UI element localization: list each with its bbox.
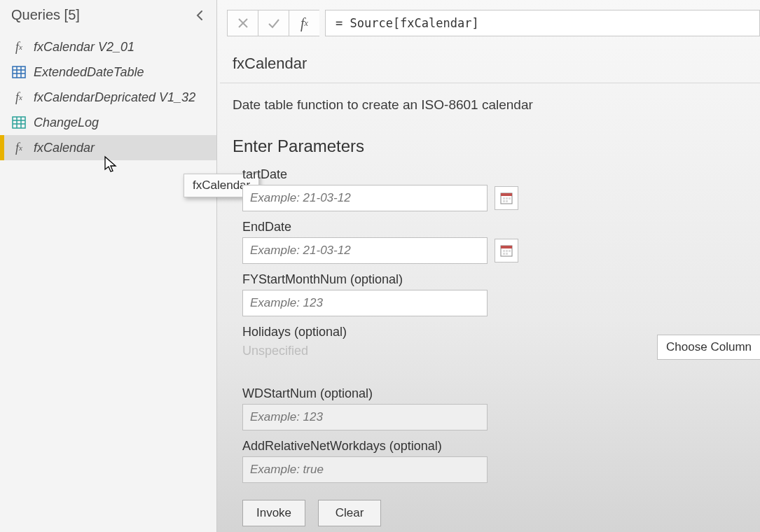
svg-rect-17 xyxy=(509,197,511,200)
query-label: fxCalendarDepricated V1_32 xyxy=(34,90,195,105)
clear-label: Clear xyxy=(336,506,364,520)
parameters-area: tartDate EndDate FYStartMo xyxy=(217,163,760,483)
table-icon xyxy=(11,115,27,130)
startdate-input[interactable] xyxy=(242,185,488,211)
query-item-extendeddatetable[interactable]: ExtendedDateTable xyxy=(0,59,216,85)
fx-icon: fx xyxy=(11,90,27,105)
formula-fx-icon[interactable]: fx xyxy=(289,10,319,36)
fx-icon: fx xyxy=(11,140,27,155)
svg-rect-0 xyxy=(13,66,25,78)
param-addrelativenetworkdays: AddRelativeNetWorkdays (optional) xyxy=(242,439,760,483)
parameters-heading: Enter Parameters xyxy=(217,120,760,163)
wdstartnum-input[interactable] xyxy=(242,404,488,430)
svg-rect-15 xyxy=(503,197,505,200)
formula-expression: = Source[fxCalendar] xyxy=(336,16,479,30)
invoke-label: Invoke xyxy=(256,506,291,520)
svg-rect-19 xyxy=(506,200,508,202)
svg-rect-26 xyxy=(506,253,508,255)
function-description: Date table function to create an ISO-860… xyxy=(217,83,760,120)
query-label: ExtendedDateTable xyxy=(34,65,144,80)
svg-rect-21 xyxy=(501,246,512,248)
query-label: fxCalendar xyxy=(34,141,95,155)
queries-header: Queries [5] xyxy=(0,0,216,30)
query-item-changelog[interactable]: ChangeLog xyxy=(0,110,216,135)
param-label: WDStartNum (optional) xyxy=(242,386,760,401)
param-label: FYStartMonthNum (optional) xyxy=(242,272,760,287)
formula-cancel-button[interactable] xyxy=(227,10,258,36)
query-label: fxCalendar V2_01 xyxy=(34,40,134,55)
svg-rect-5 xyxy=(13,117,25,128)
fx-icon: fx xyxy=(11,39,27,55)
svg-rect-25 xyxy=(503,253,505,255)
svg-rect-16 xyxy=(506,197,508,200)
choose-column-label: Choose Column xyxy=(666,340,752,354)
query-item-fxcalendar-v2-01[interactable]: fx fxCalendar V2_01 xyxy=(0,34,216,59)
param-enddate: EndDate xyxy=(242,220,760,264)
main-panel: fx = Source[fxCalendar] fxCalendar Date … xyxy=(217,0,760,532)
table-icon xyxy=(11,64,27,80)
query-label: ChangeLog xyxy=(34,115,99,130)
param-label: AddRelativeNetWorkdays (optional) xyxy=(242,439,760,454)
clear-button[interactable]: Clear xyxy=(318,500,381,526)
queries-list: fx fxCalendar V2_01 ExtendedDateTable fx… xyxy=(0,30,216,160)
formula-input[interactable]: = Source[fxCalendar] xyxy=(325,10,760,36)
svg-rect-22 xyxy=(503,250,505,252)
choose-column-button[interactable]: Choose Column xyxy=(657,335,760,360)
date-picker-button[interactable] xyxy=(495,239,518,262)
date-picker-button[interactable] xyxy=(495,186,518,210)
param-startdate: tartDate xyxy=(242,167,760,211)
query-item-fxcalendar[interactable]: fx fxCalendar xyxy=(0,135,216,160)
svg-rect-24 xyxy=(509,250,511,252)
param-label: tartDate xyxy=(242,167,760,182)
invoke-button[interactable]: Invoke xyxy=(242,500,305,526)
formula-confirm-button[interactable] xyxy=(258,10,289,36)
param-wdstartnum: WDStartNum (optional) xyxy=(242,386,760,430)
param-fystartmonthnum: FYStartMonthNum (optional) xyxy=(242,272,760,316)
formula-bar: fx = Source[fxCalendar] xyxy=(217,0,760,45)
collapse-sidebar-icon[interactable] xyxy=(193,8,207,22)
action-buttons: Invoke Clear xyxy=(217,491,760,526)
queries-sidebar: Queries [5] fx fxCalendar V2_01 Extended… xyxy=(0,0,217,532)
query-item-fxcalendardepricated[interactable]: fx fxCalendarDepricated V1_32 xyxy=(0,85,216,110)
svg-rect-13 xyxy=(501,193,512,196)
param-label: EndDate xyxy=(242,220,760,234)
svg-rect-23 xyxy=(506,250,508,252)
function-title: fxCalendar xyxy=(217,45,760,83)
enddate-input[interactable] xyxy=(242,237,488,264)
svg-rect-18 xyxy=(503,200,505,202)
queries-title: Queries [5] xyxy=(11,7,80,23)
addrelativenetworkdays-input[interactable] xyxy=(242,456,488,483)
fystartmonthnum-input[interactable] xyxy=(242,290,488,316)
